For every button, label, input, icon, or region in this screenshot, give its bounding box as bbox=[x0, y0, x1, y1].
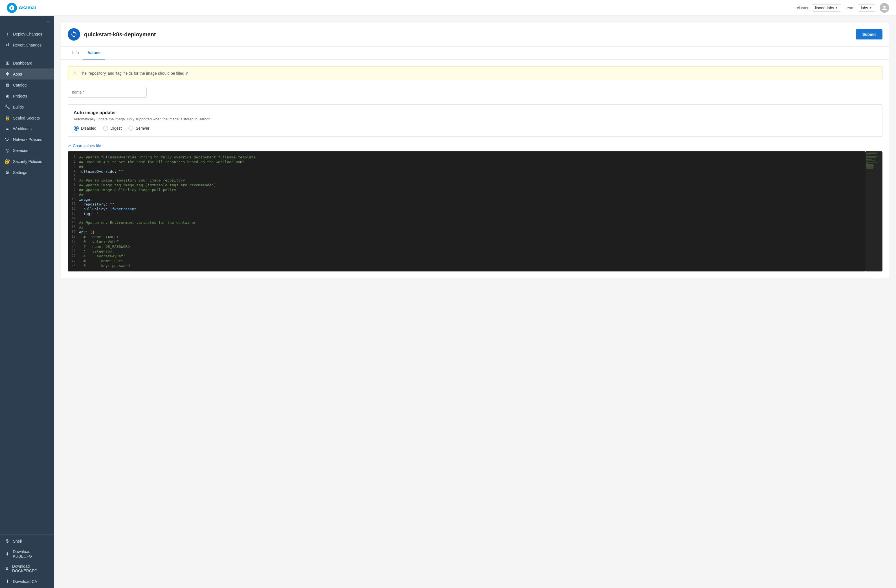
code-line: 10image: bbox=[68, 197, 866, 202]
cluster-chevron-icon: ▼ bbox=[835, 6, 838, 9]
line-content: ## bbox=[79, 192, 866, 197]
sidebar-item-network-policies[interactable]: 🛡 Network Policies bbox=[0, 134, 54, 145]
sidebar-item-workloads[interactable]: ≡ Workloads bbox=[0, 123, 54, 134]
line-number: 21 bbox=[68, 249, 79, 253]
line-content: env: [] bbox=[79, 230, 866, 234]
sidebar-item-apps[interactable]: ❖ Apps bbox=[0, 68, 54, 79]
line-number: 19 bbox=[68, 239, 79, 243]
sidebar-bottom: $ Shell ⬇ Download KUBECFG ⬇ Download DO… bbox=[0, 535, 54, 588]
topbar-right: cluster: linode-labs ▼ team: labs ▼ bbox=[797, 3, 889, 13]
line-content: image: bbox=[79, 197, 866, 202]
line-content bbox=[79, 216, 866, 217]
line-number: 6 bbox=[68, 178, 79, 182]
code-line: 6## @param image.repository your image r… bbox=[68, 178, 866, 183]
code-line: 18 # - name: TARGET bbox=[68, 234, 866, 239]
line-number: 11 bbox=[68, 202, 79, 206]
line-content: # - name: DB_PASSWORD bbox=[79, 244, 866, 249]
sidebar-item-shell[interactable]: $ Shell bbox=[0, 536, 54, 547]
app-header-left: quickstart-k8s-deployment bbox=[68, 28, 156, 41]
sidebar-item-download-kubecfg[interactable]: ⬇ Download KUBECFG bbox=[0, 547, 54, 561]
settings-icon: ⚙ bbox=[5, 170, 10, 175]
code-line: 16## bbox=[68, 225, 866, 230]
line-content: ## bbox=[79, 164, 866, 169]
code-editor[interactable]: 1## @param fullnameOverride String to fu… bbox=[68, 151, 866, 272]
name-input[interactable] bbox=[68, 87, 147, 97]
sidebar-item-projects[interactable]: ◉ Projects bbox=[0, 91, 54, 102]
line-number: 16 bbox=[68, 225, 79, 229]
submit-button[interactable]: Submit bbox=[856, 29, 882, 40]
sidebar-item-security-policies[interactable]: 🔐 Security Policies bbox=[0, 156, 54, 167]
apps-icon: ❖ bbox=[5, 71, 10, 77]
line-number: 23 bbox=[68, 258, 79, 263]
app-header: quickstart-k8s-deployment Submit bbox=[61, 23, 889, 47]
topbar: Akamai cluster: linode-labs ▼ team: labs… bbox=[0, 0, 896, 16]
sidebar-item-builds[interactable]: 🔧 Builds bbox=[0, 102, 54, 112]
external-link-icon: ↗ bbox=[68, 143, 71, 148]
tabs-bar: Info Values bbox=[61, 47, 889, 60]
sidebar-divider-1 bbox=[0, 54, 54, 54]
sidebar-item-catalog[interactable]: ▦ Catalog bbox=[0, 79, 54, 91]
line-content: tag: "" bbox=[79, 211, 866, 216]
line-content: ## @param fullnameOverride String to ful… bbox=[79, 155, 866, 160]
chart-values-link[interactable]: ↗ Chart values file bbox=[68, 143, 882, 148]
sidebar-actions: ↑ Deploy Changes ↺ Revert Changes bbox=[0, 27, 54, 52]
logo-icon bbox=[7, 3, 17, 13]
sidebar-item-deploy[interactable]: ↑ Deploy Changes bbox=[0, 29, 54, 40]
shell-icon: $ bbox=[5, 539, 10, 544]
app-title: quickstart-k8s-deployment bbox=[84, 31, 156, 38]
cluster-dropdown[interactable]: linode-labs ▼ bbox=[812, 4, 841, 12]
download-dockercfg-icon: ⬇ bbox=[5, 566, 9, 571]
main-content: quickstart-k8s-deployment Submit Info Va… bbox=[54, 16, 896, 588]
line-content: # valueFrom: bbox=[79, 249, 866, 254]
line-content: # key: password bbox=[79, 263, 866, 268]
warning-icon: ⚠ bbox=[73, 70, 77, 76]
line-number: 7 bbox=[68, 183, 79, 187]
line-number: 20 bbox=[68, 244, 79, 248]
sidebar-item-revert[interactable]: ↺ Revert Changes bbox=[0, 40, 54, 50]
code-line: 23 # name: user bbox=[68, 258, 866, 263]
sidebar-item-dashboard[interactable]: ⊞ Dashboard bbox=[0, 58, 54, 68]
line-number: 17 bbox=[68, 230, 79, 234]
radio-disabled-circle bbox=[74, 126, 79, 131]
radio-disabled[interactable]: Disabled bbox=[74, 126, 96, 131]
builds-icon: 🔧 bbox=[5, 104, 10, 109]
auto-image-updater-section: Auto image updater Automatically update … bbox=[68, 104, 882, 137]
avatar[interactable] bbox=[880, 3, 889, 13]
code-line: 7## @param image.tag image tag (immutabl… bbox=[68, 183, 866, 187]
code-line: 14 bbox=[68, 216, 866, 220]
radio-semver[interactable]: Semver bbox=[128, 126, 149, 131]
main-card: ⚠ The 'repository' and 'tag' fields for … bbox=[61, 60, 889, 278]
team-chevron-icon: ▼ bbox=[869, 6, 872, 9]
code-line: 15## @param env Environment variables fo… bbox=[68, 220, 866, 225]
radio-digest[interactable]: Digest bbox=[103, 126, 122, 131]
code-line: 11 repository: "" bbox=[68, 202, 866, 207]
code-line: 17env: [] bbox=[68, 230, 866, 234]
line-number: 8 bbox=[68, 187, 79, 191]
line-number: 9 bbox=[68, 192, 79, 196]
line-content: # secretKeyRef: bbox=[79, 254, 866, 258]
cluster-selector: cluster: linode-labs ▼ bbox=[797, 4, 841, 12]
line-content: ## @param image.tag image tag (immutable… bbox=[79, 183, 866, 187]
sidebar-collapse-button[interactable]: « bbox=[0, 16, 54, 27]
line-number: 18 bbox=[68, 234, 79, 239]
security-policies-icon: 🔐 bbox=[5, 159, 10, 164]
sidebar-item-download-ca[interactable]: ⬇ Download CA bbox=[0, 576, 54, 587]
radio-semver-circle bbox=[128, 126, 133, 131]
deploy-icon: ↑ bbox=[5, 32, 10, 36]
download-ca-icon: ⬇ bbox=[5, 579, 10, 584]
sidebar-item-services[interactable]: ◎ Services bbox=[0, 145, 54, 156]
code-line: 5 bbox=[68, 174, 866, 178]
team-dropdown[interactable]: labs ▼ bbox=[858, 4, 875, 12]
line-content: ## @param env Environment variables for … bbox=[79, 220, 866, 225]
line-content: fullnameOverride: "" bbox=[79, 169, 866, 174]
code-line: 20 # - name: DB_PASSWORD bbox=[68, 244, 866, 249]
line-number: 3 bbox=[68, 164, 79, 168]
sidebar-item-download-dockercfg[interactable]: ⬇ Download DOCKERCFG bbox=[0, 561, 54, 576]
app-icon bbox=[68, 28, 80, 41]
tab-values[interactable]: Values bbox=[83, 47, 105, 59]
minimap: ██████████████████████████████████ █████… bbox=[866, 151, 882, 272]
line-number: 22 bbox=[68, 254, 79, 258]
sidebar-item-sealed-secrets[interactable]: 🔒 Sealed Secrets bbox=[0, 112, 54, 123]
sidebar-item-settings[interactable]: ⚙ Settings bbox=[0, 167, 54, 178]
tab-info[interactable]: Info bbox=[68, 47, 83, 59]
